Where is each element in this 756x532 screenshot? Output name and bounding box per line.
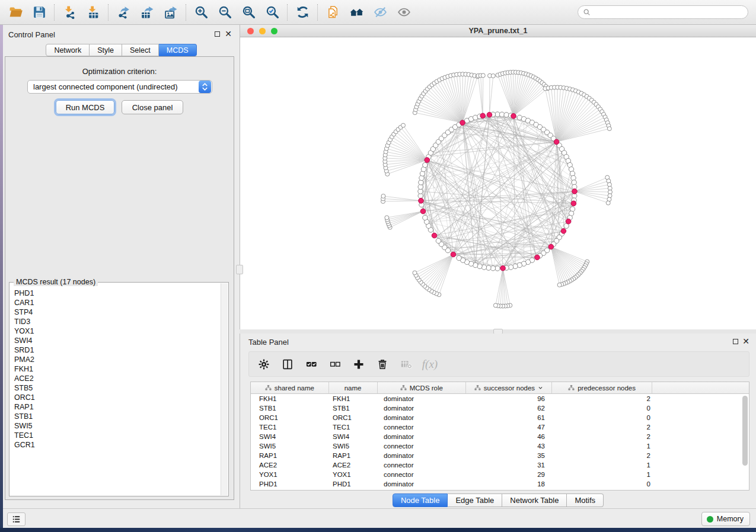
deselect-all-checkboxes-icon[interactable] <box>328 357 342 371</box>
column-header-name[interactable]: name <box>329 382 378 393</box>
tab-edge-table[interactable]: Edge Table <box>448 493 502 507</box>
dominator-node[interactable] <box>561 229 566 234</box>
network-graph[interactable] <box>240 37 756 329</box>
dominator-node[interactable] <box>535 255 540 260</box>
memory-button[interactable]: Memory <box>701 512 750 526</box>
tab-style[interactable]: Style <box>90 44 122 56</box>
mcds-result-item[interactable]: ACE2 <box>14 374 221 383</box>
dominator-node[interactable] <box>420 209 426 214</box>
dominator-node[interactable] <box>425 158 430 163</box>
settings-icon[interactable] <box>257 357 271 371</box>
table-row[interactable]: STB1STB1dominator620 <box>251 403 749 413</box>
mcds-result-item[interactable]: TID3 <box>14 317 221 326</box>
mcds-result-item[interactable]: ORC1 <box>14 393 221 402</box>
table-row[interactable]: TEC1TEC1connector472 <box>251 422 749 432</box>
table-row[interactable]: YOX1YOX1connector291 <box>251 470 749 479</box>
network-window-titlebar[interactable]: YPA_prune.txt_1 <box>240 25 756 37</box>
dominator-node[interactable] <box>511 114 516 119</box>
mcds-result-item[interactable]: TEC1 <box>14 431 221 440</box>
dominator-node[interactable] <box>571 201 576 206</box>
mcds-result-item[interactable]: STB5 <box>14 383 221 393</box>
table-scrollbar-thumb[interactable] <box>742 396 748 466</box>
mcds-result-item[interactable]: CAR1 <box>14 298 221 307</box>
dominator-node[interactable] <box>451 252 456 257</box>
mcds-result-item[interactable]: PMA2 <box>14 355 221 364</box>
column-header-MCDS-role[interactable]: MCDS role <box>378 382 467 393</box>
refresh-icon[interactable] <box>291 2 314 23</box>
table-row[interactable]: FKH1FKH1dominator962 <box>251 394 749 403</box>
mcds-result-item[interactable]: GCR1 <box>14 440 221 450</box>
table-row[interactable]: PHD1PHD1dominator180 <box>251 479 749 489</box>
table-cell: connector <box>378 460 467 470</box>
export-network-icon[interactable] <box>111 2 135 23</box>
mcds-result-list[interactable]: PHD1CAR1STP4TID3YOX1SWI4SRD1PMA2FKH1ACE2… <box>10 285 221 495</box>
dominator-node[interactable] <box>487 112 492 117</box>
export-table-icon[interactable] <box>135 2 159 23</box>
zoom-fit-icon[interactable] <box>237 2 260 23</box>
table-scrollbar[interactable] <box>742 395 748 489</box>
dominator-node[interactable] <box>548 244 554 249</box>
table-row[interactable]: SWI4SWI4dominator462 <box>251 432 749 441</box>
horizontal-splitter[interactable] <box>240 329 756 334</box>
tab-select[interactable]: Select <box>122 44 159 56</box>
table-row[interactable]: SWI5SWI5connector431 <box>251 441 749 451</box>
zoom-out-icon[interactable] <box>213 2 237 23</box>
export-image-icon[interactable] <box>159 2 183 23</box>
float-panel-icon[interactable] <box>215 31 220 37</box>
run-mcds-button[interactable]: Run MCDS <box>56 100 114 114</box>
mcds-list-scrollbar[interactable] <box>221 283 228 495</box>
delete-column-icon[interactable] <box>375 357 390 371</box>
split-columns-icon[interactable] <box>280 357 295 371</box>
network-canvas[interactable] <box>240 37 756 329</box>
dominator-node[interactable] <box>480 113 486 118</box>
tab-mcds[interactable]: MCDS <box>159 44 197 56</box>
mcds-result-item[interactable]: SWI5 <box>14 421 221 431</box>
vertical-splitter-handle[interactable] <box>236 265 243 274</box>
search-box[interactable] <box>578 5 748 19</box>
mcds-result-item[interactable]: SWI4 <box>14 336 221 345</box>
task-history-button[interactable] <box>7 512 25 526</box>
mcds-result-item[interactable]: FKH1 <box>14 364 221 374</box>
column-header-shared-name[interactable]: shared name <box>251 382 329 393</box>
add-column-icon[interactable] <box>352 357 366 371</box>
tab-motifs[interactable]: Motifs <box>567 493 604 507</box>
show-all-icon[interactable] <box>392 2 416 23</box>
column-header-successor-nodes[interactable]: successor nodes <box>466 382 552 393</box>
mcds-result-item[interactable]: SRD1 <box>14 345 221 355</box>
table-row[interactable]: ACE2ACE2connector311 <box>251 460 749 470</box>
column-header-predecessor-nodes[interactable]: predecessor nodes <box>552 382 653 393</box>
import-table-icon[interactable] <box>81 2 105 23</box>
search-input[interactable] <box>591 8 748 17</box>
zoom-in-icon[interactable] <box>189 2 213 23</box>
mcds-result-item[interactable]: YOX1 <box>14 326 221 336</box>
share-network-document-icon[interactable] <box>321 2 344 23</box>
table-row[interactable]: ORC1ORC1dominator610 <box>251 413 749 422</box>
optimization-criterion-select[interactable]: largest connected component (undirected) <box>27 80 212 94</box>
open-file-icon[interactable] <box>4 2 27 23</box>
dominator-node[interactable] <box>572 189 578 194</box>
tab-network[interactable]: Network <box>46 44 90 56</box>
dominator-node[interactable] <box>566 219 571 224</box>
close-panel-button[interactable]: Close panel <box>122 100 183 114</box>
mcds-result-item[interactable]: RAP1 <box>14 402 221 412</box>
mcds-result-item[interactable]: STP4 <box>14 307 221 317</box>
zoom-selected-icon[interactable] <box>260 2 284 23</box>
tab-network-table[interactable]: Network Table <box>502 493 567 507</box>
first-neighbors-icon[interactable] <box>344 2 368 23</box>
float-table-panel-icon[interactable] <box>733 339 738 344</box>
close-table-panel-icon[interactable]: ✕ <box>742 336 749 346</box>
tab-node-table[interactable]: Node Table <box>393 493 448 507</box>
import-network-icon[interactable] <box>58 2 81 23</box>
hide-selected-icon[interactable] <box>368 2 392 23</box>
dominator-node[interactable] <box>460 120 465 126</box>
save-session-icon[interactable] <box>27 2 51 23</box>
select-all-checkboxes-icon[interactable] <box>304 357 318 371</box>
dominator-node[interactable] <box>500 265 506 271</box>
table-row[interactable]: RAP1RAP1dominator352 <box>251 451 749 460</box>
dominator-node[interactable] <box>432 233 437 238</box>
dominator-node[interactable] <box>419 198 424 204</box>
dominator-node[interactable] <box>554 139 559 145</box>
mcds-result-item[interactable]: PHD1 <box>14 289 221 298</box>
close-panel-icon[interactable]: ✕ <box>225 29 232 39</box>
mcds-result-item[interactable]: STB1 <box>14 412 221 421</box>
